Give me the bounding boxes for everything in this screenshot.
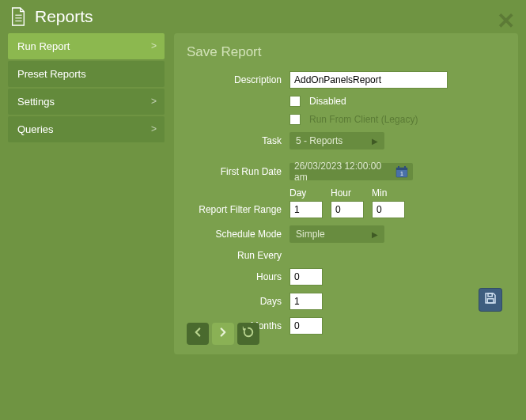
chevron-right-icon: > — [151, 96, 157, 107]
sidebar-item-run-report[interactable]: Run Report > — [8, 33, 165, 59]
arrow-right-icon — [216, 325, 230, 342]
label-hour: Hour — [331, 187, 364, 199]
refresh-button[interactable] — [237, 323, 259, 345]
sidebar-item-label: Queries — [17, 123, 54, 135]
label-disabled: Disabled — [309, 96, 346, 107]
svg-rect-5 — [398, 166, 399, 168]
label-run-every: Run Every — [187, 250, 289, 261]
arrow-left-icon — [191, 325, 205, 342]
sidebar-item-queries[interactable]: Queries > — [8, 116, 165, 142]
first-run-date-field[interactable]: 26/03/2023 12:00:00 am 1 — [289, 163, 413, 180]
svg-text:1: 1 — [400, 171, 403, 176]
sidebar-item-label: Run Report — [17, 40, 70, 52]
refresh-icon — [241, 325, 255, 342]
task-dropdown[interactable]: 5 - Reports ▶ — [289, 132, 384, 149]
label-report-filter-range: Report Filter Range — [187, 204, 289, 218]
save-button[interactable] — [479, 288, 502, 312]
sidebar-item-settings[interactable]: Settings > — [8, 89, 165, 115]
label-schedule-mode: Schedule Mode — [187, 229, 289, 240]
window-header: Reports ✕ — [0, 0, 526, 33]
caret-right-icon: ▶ — [372, 137, 378, 146]
close-icon[interactable]: ✕ — [497, 8, 515, 34]
label-first-run-date: First Run Date — [187, 166, 289, 177]
chevron-right-icon: > — [151, 40, 157, 51]
label-day: Day — [289, 187, 323, 199]
description-input[interactable] — [289, 71, 448, 89]
label-hours: Hours — [187, 271, 289, 282]
every-days-input[interactable] — [289, 293, 323, 310]
run-from-client-checkbox[interactable] — [289, 114, 301, 125]
calendar-icon[interactable]: 1 — [395, 165, 408, 178]
filter-day-input[interactable] — [289, 201, 323, 218]
svg-rect-9 — [487, 299, 494, 303]
schedule-mode-dropdown[interactable]: Simple ▶ — [289, 225, 384, 243]
caret-right-icon: ▶ — [372, 230, 378, 239]
svg-rect-8 — [488, 293, 492, 297]
every-months-input[interactable] — [289, 317, 323, 335]
first-run-date-value: 26/03/2023 12:00:00 am — [294, 161, 395, 183]
window-title: Reports — [35, 7, 93, 26]
sidebar-item-preset-reports[interactable]: Preset Reports — [8, 61, 165, 87]
svg-marker-10 — [243, 329, 247, 332]
label-task: Task — [187, 135, 289, 146]
chevron-right-icon: > — [151, 123, 157, 134]
schedule-mode-value: Simple — [296, 229, 325, 240]
filter-min-input[interactable] — [372, 201, 405, 218]
disabled-checkbox[interactable] — [289, 96, 301, 107]
svg-rect-6 — [404, 166, 406, 168]
every-hours-input[interactable] — [289, 268, 323, 286]
sidebar-item-label: Preset Reports — [17, 68, 86, 80]
sidebar: Run Report > Preset Reports Settings > Q… — [8, 33, 165, 354]
label-description: Description — [187, 74, 289, 85]
section-title: Save Report — [187, 44, 505, 60]
next-button[interactable] — [212, 323, 234, 345]
prev-button[interactable] — [187, 323, 209, 345]
main-panel: Save Report Description Disabled Run Fro… — [174, 33, 518, 354]
floppy-disk-icon — [483, 291, 498, 308]
sidebar-item-label: Settings — [17, 96, 55, 108]
label-run-from-client: Run From Client (Legacy) — [309, 114, 418, 125]
filter-hour-input[interactable] — [331, 201, 364, 218]
task-value: 5 - Reports — [296, 135, 342, 146]
label-days: Days — [187, 296, 289, 307]
nav-buttons — [187, 323, 259, 345]
label-min: Min — [372, 187, 405, 199]
document-icon — [9, 6, 27, 27]
